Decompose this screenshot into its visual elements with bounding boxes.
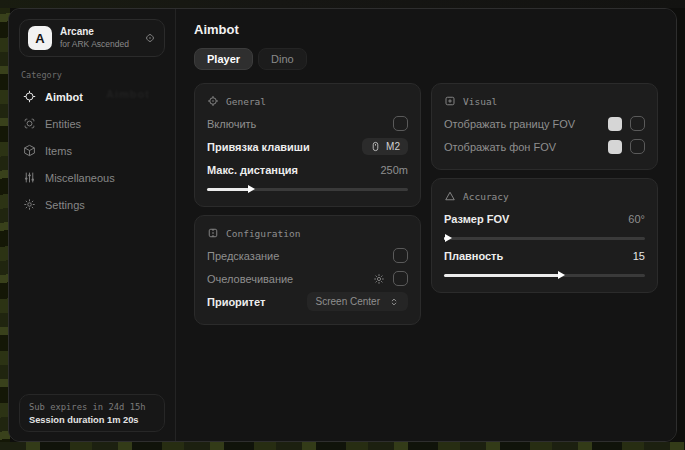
humanization-controls — [373, 271, 408, 286]
panel-general-header: General — [207, 95, 408, 107]
keybind-value: M2 — [386, 141, 400, 152]
sub-expires-text: Sub expires in 24d 15h — [29, 402, 155, 412]
keybind-row: Привязка клавиши M2 — [207, 135, 408, 158]
distance-slider-fill[interactable] — [207, 188, 249, 191]
sidebar-item-label: Entities — [45, 118, 81, 130]
priority-row: Приоритет Screen Center — [207, 290, 408, 313]
priority-dropdown[interactable]: Screen Center — [307, 292, 408, 311]
enable-row: Включить — [207, 112, 408, 135]
sidebar: A Arcane for ARK Ascended Category — [9, 9, 176, 441]
sidebar-item-label: Settings — [45, 199, 85, 211]
mouse-icon — [370, 141, 381, 152]
priority-label: Приоритет — [207, 296, 265, 308]
module-icon — [207, 227, 219, 239]
panel-visual: Visual Отображать границу FOV Отображать… — [431, 83, 658, 170]
prediction-row: Предсказание — [207, 244, 408, 267]
app-logo: A — [28, 26, 52, 50]
fov-border-row: Отображать границу FOV — [444, 112, 645, 135]
focus-scan-icon — [23, 117, 36, 130]
panel-configuration-header: Configuration — [207, 227, 408, 239]
fov-size-slider-fill[interactable] — [444, 237, 446, 240]
panel-title: Configuration — [226, 228, 300, 239]
enable-label: Включить — [207, 118, 256, 130]
page-title: Aimbot — [194, 22, 658, 37]
sidebar-item-entities[interactable]: Entities — [19, 110, 165, 137]
logo-card: A Arcane for ARK Ascended — [19, 19, 165, 57]
app-name: Arcane — [60, 26, 129, 39]
distance-row: Макс. дистанция 250m — [207, 158, 408, 181]
subscription-status-card: Sub expires in 24d 15h Session duration … — [19, 394, 165, 432]
image-icon — [444, 95, 456, 107]
humanization-label: Очеловечивание — [207, 273, 293, 285]
prediction-label: Предсказание — [207, 250, 279, 262]
sidebar-item-label: Items — [45, 145, 72, 157]
panel-title: General — [226, 96, 266, 107]
sidebar-item-settings[interactable]: Settings — [19, 191, 165, 218]
fov-size-value: 60° — [628, 213, 645, 225]
main-content: Aimbot Player Dino — [176, 9, 676, 441]
humanization-settings-gear-icon[interactable] — [373, 273, 385, 285]
fov-bg-checkbox[interactable] — [630, 139, 645, 154]
fov-bg-color-swatch[interactable] — [608, 140, 622, 154]
sliders-icon — [23, 171, 36, 184]
tab-dino[interactable]: Dino — [258, 48, 307, 70]
left-column: General Включить Привязка клавиши — [194, 83, 421, 325]
cheat-menu-window: A Arcane for ARK Ascended Category — [8, 8, 677, 442]
fov-bg-label: Отображать фон FOV — [444, 141, 556, 153]
game-backdrop-bottom — [0, 442, 685, 450]
panel-title: Accuracy — [463, 191, 509, 202]
fov-size-label: Размер FOV — [444, 213, 509, 225]
fov-bg-controls — [608, 139, 645, 154]
distance-slider[interactable] — [207, 188, 408, 191]
sidebar-item-aimbot[interactable]: Aimbot — [19, 83, 165, 110]
keybind-label: Привязка клавиши — [207, 141, 310, 153]
smoothness-slider[interactable] — [444, 274, 645, 277]
fov-border-label: Отображать границу FOV — [444, 118, 575, 130]
distance-label: Макс. дистанция — [207, 164, 298, 176]
distance-value: 250m — [380, 164, 408, 176]
triangle-icon — [444, 190, 456, 202]
panel-title: Visual — [463, 96, 497, 107]
smoothness-label: Плавность — [444, 250, 503, 262]
unfold-icon — [389, 297, 399, 307]
crosshair-icon — [23, 90, 36, 103]
tab-bar: Player Dino — [194, 48, 658, 70]
screen: A Arcane for ARK Ascended Category — [0, 0, 685, 450]
fov-size-slider[interactable] — [444, 237, 645, 240]
sidebar-nav: Aimbot Entities — [19, 83, 165, 218]
smoothness-value: 15 — [633, 250, 645, 262]
gear-icon — [23, 198, 36, 211]
fov-bg-row: Отображать фон FOV — [444, 135, 645, 158]
humanization-checkbox[interactable] — [393, 271, 408, 286]
fov-size-row: Размер FOV 60° — [444, 207, 645, 230]
panel-grid: General Включить Привязка клавиши — [194, 83, 658, 325]
fov-border-checkbox[interactable] — [630, 116, 645, 131]
sidebar-item-label: Miscellaneous — [45, 172, 115, 184]
prediction-checkbox[interactable] — [393, 248, 408, 263]
session-duration-text: Session duration 1m 20s — [29, 415, 155, 425]
category-label: Category — [21, 70, 163, 80]
target-icon — [207, 95, 219, 107]
target-pin-icon[interactable] — [144, 32, 156, 44]
game-backdrop-top — [0, 0, 685, 8]
panel-visual-header: Visual — [444, 95, 645, 107]
box-icon — [23, 144, 36, 157]
sidebar-item-label: Aimbot — [45, 91, 83, 103]
sidebar-item-miscellaneous[interactable]: Miscellaneous — [19, 164, 165, 191]
panel-accuracy: Accuracy Размер FOV 60° Плавность 15 — [431, 178, 658, 293]
smoothness-slider-fill[interactable] — [444, 274, 559, 277]
smoothness-row: Плавность 15 — [444, 244, 645, 267]
humanization-row: Очеловечивание — [207, 267, 408, 290]
panel-configuration: Configuration Предсказание Очеловечивани… — [194, 215, 421, 325]
app-subtitle: for ARK Ascended — [60, 39, 129, 50]
sidebar-item-items[interactable]: Items — [19, 137, 165, 164]
panel-general: General Включить Привязка клавиши — [194, 83, 421, 207]
fov-border-color-swatch[interactable] — [608, 117, 622, 131]
enable-checkbox[interactable] — [393, 116, 408, 131]
fov-border-controls — [608, 116, 645, 131]
keybind-button[interactable]: M2 — [362, 138, 408, 155]
right-column: Visual Отображать границу FOV Отображать… — [431, 83, 658, 293]
priority-value: Screen Center — [316, 296, 380, 307]
tab-player[interactable]: Player — [194, 48, 253, 70]
app-title-block: Arcane for ARK Ascended — [60, 26, 129, 49]
